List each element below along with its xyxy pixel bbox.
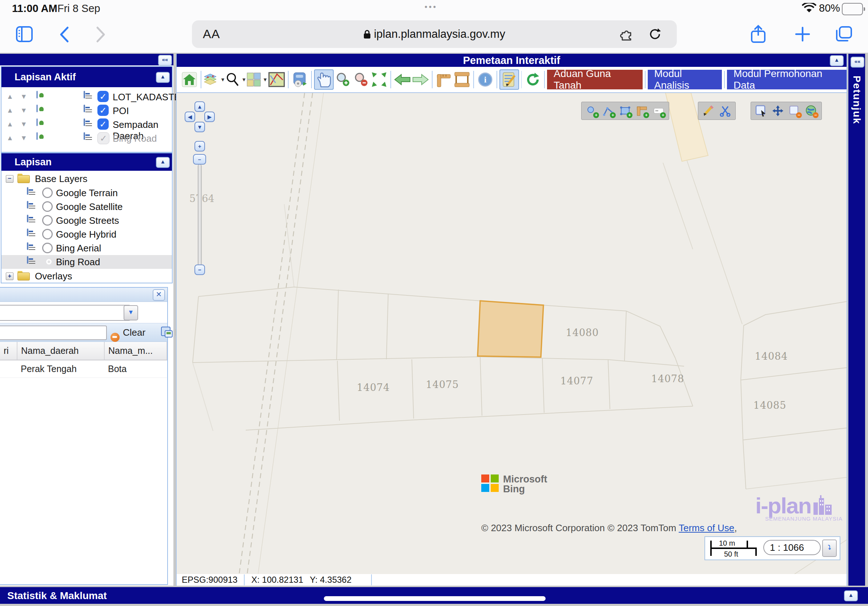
draw-point-icon[interactable]: + [585, 104, 598, 117]
legend-icon[interactable] [36, 132, 38, 140]
results-row[interactable]: Perak Tengah Bota [0, 360, 167, 378]
petunjuk-expand-button[interactable]: «« [851, 57, 864, 68]
pan-down-button[interactable]: ▼ [194, 122, 205, 132]
zoom-in-button[interactable]: + [194, 141, 205, 152]
metadata-icon[interactable] [27, 201, 28, 209]
close-icon[interactable]: ✕ [153, 289, 165, 301]
clear-graphics-globe-icon[interactable]: − [805, 104, 818, 117]
column-header[interactable]: Nama_m... [104, 342, 167, 360]
scale-select-arrow[interactable]: ⤵ [822, 540, 837, 557]
radio-unselected[interactable] [42, 187, 53, 198]
layer-checkbox[interactable]: ✓ [98, 91, 108, 102]
column-header[interactable]: Nama_daerah [17, 342, 104, 360]
map-viewport[interactable]: 5764 14074 14075 14077 14078 14080 14084… [177, 93, 846, 574]
radio-unselected[interactable] [42, 243, 53, 253]
extensions-puzzle-icon[interactable] [620, 28, 633, 42]
new-tab-plus-icon[interactable] [795, 26, 811, 43]
forward-button[interactable] [95, 26, 106, 44]
move-down-icon[interactable]: ▼ [20, 134, 27, 142]
statistik-expand-button[interactable]: ▲ [844, 591, 858, 601]
deselect-icon[interactable]: − [788, 104, 801, 117]
metadata-icon[interactable] [27, 242, 28, 250]
find-tool-button[interactable]: ▼ [225, 70, 246, 89]
active-layers-collapse-button[interactable]: ▲ [156, 72, 170, 83]
base-layer-option-selected[interactable]: Bing Road [2, 255, 172, 269]
move-up-icon[interactable]: ▲ [6, 134, 14, 142]
layers-tool-button[interactable]: ▼ [203, 70, 225, 89]
basemap-gallery-button[interactable]: ▼ [246, 70, 268, 89]
pan-up-button[interactable]: ▲ [194, 101, 205, 112]
metadata-icon[interactable] [84, 132, 85, 140]
back-button[interactable] [59, 26, 70, 44]
reload-icon[interactable] [648, 28, 662, 42]
base-layer-option[interactable]: Bing Aerial [2, 241, 172, 255]
draw-line-icon[interactable]: + [602, 104, 615, 117]
overview-map-button[interactable] [268, 70, 286, 89]
next-extent-button[interactable] [411, 70, 429, 89]
modul-analisis-button[interactable]: Modul Analisis [648, 70, 722, 90]
zoom-out-button[interactable]: − [194, 264, 205, 275]
aduan-guna-tanah-button[interactable]: Aduan Guna Tanah [547, 70, 643, 90]
info-tool-button[interactable]: i [476, 70, 494, 89]
legend-icon[interactable] [36, 105, 38, 112]
sidebar-toggle-icon[interactable] [16, 26, 33, 43]
move-up-icon[interactable]: ▲ [6, 93, 14, 100]
metadata-icon[interactable] [84, 118, 85, 126]
tree-node-base-layers[interactable]: − Base Layers [2, 172, 172, 185]
map-title-collapse-button[interactable]: ▲ [830, 55, 844, 66]
metadata-icon[interactable] [84, 105, 85, 112]
home-indicator[interactable] [324, 596, 546, 601]
column-header[interactable]: ri [0, 342, 17, 360]
sidebar-collapse-button[interactable]: «« [158, 55, 172, 66]
refresh-button[interactable] [524, 70, 542, 89]
identify-tool-button[interactable] [499, 70, 519, 90]
radio-unselected[interactable] [42, 215, 53, 226]
previous-extent-button[interactable] [393, 70, 411, 89]
cut-scissors-icon[interactable] [719, 104, 732, 117]
base-layer-option[interactable]: Google Hybrid [2, 227, 172, 241]
base-layer-option[interactable]: Google Terrain [2, 186, 172, 200]
move-up-icon[interactable]: ▲ [6, 107, 14, 114]
layer-checkbox[interactable]: ✓ [98, 118, 108, 130]
pan-tool-button[interactable] [314, 70, 334, 90]
base-layer-option[interactable]: Google Streets [2, 213, 172, 227]
select-rectangle-icon[interactable] [755, 104, 768, 117]
legend-icon[interactable] [36, 118, 38, 126]
move-down-icon[interactable]: ▼ [20, 93, 27, 100]
results-filter-input[interactable] [0, 326, 107, 340]
terms-of-use-link[interactable]: Terms of Use [679, 523, 734, 533]
radio-unselected[interactable] [42, 201, 53, 212]
expand-plus-icon[interactable]: + [6, 272, 14, 280]
export-map-button[interactable] [291, 70, 309, 89]
zoom-out-tool-button[interactable] [352, 70, 370, 89]
edit-pencil-icon[interactable] [702, 104, 715, 117]
draw-polygon-icon[interactable]: + [618, 104, 632, 117]
statistik-bottom-bar[interactable]: Statistik & Maklumat ▲ [0, 587, 868, 604]
pan-left-button[interactable]: ◀ [184, 111, 195, 122]
scale-select[interactable]: 1 : 1066 [763, 540, 821, 555]
multitask-dots-icon[interactable]: ••• [425, 2, 437, 12]
combo-dropdown-button[interactable]: ▼ [124, 305, 138, 320]
tree-node-overlays[interactable]: + Overlays [2, 270, 172, 283]
measure-distance-button[interactable] [435, 70, 453, 89]
petunjuk-tab[interactable]: Petunjuk [851, 76, 863, 124]
address-bar[interactable]: AA iplan.planmalaysia.gov.my [192, 20, 677, 48]
zoom-slider-handle[interactable]: – [193, 154, 206, 165]
metadata-icon[interactable] [27, 256, 28, 264]
home-extent-button[interactable] [180, 70, 198, 89]
radio-unselected[interactable] [42, 229, 53, 240]
zoom-in-tool-button[interactable] [334, 70, 352, 89]
tabs-overview-icon[interactable] [835, 25, 853, 43]
clear-icon[interactable] [110, 333, 119, 342]
move-graphic-icon[interactable] [771, 104, 784, 117]
move-down-icon[interactable]: ▼ [20, 120, 27, 128]
zoom-slider-track[interactable] [198, 164, 202, 266]
layer-checkbox[interactable]: ✓ [98, 105, 108, 116]
draw-label-icon[interactable]: + [652, 104, 665, 117]
collapse-minus-icon[interactable]: − [6, 175, 14, 183]
search-combo-input[interactable] [0, 305, 132, 321]
metadata-icon[interactable] [27, 187, 28, 195]
measure-area-button[interactable] [453, 70, 471, 89]
full-extent-button[interactable] [370, 70, 388, 89]
layers-panel-collapse-button[interactable]: ▲ [156, 157, 170, 168]
